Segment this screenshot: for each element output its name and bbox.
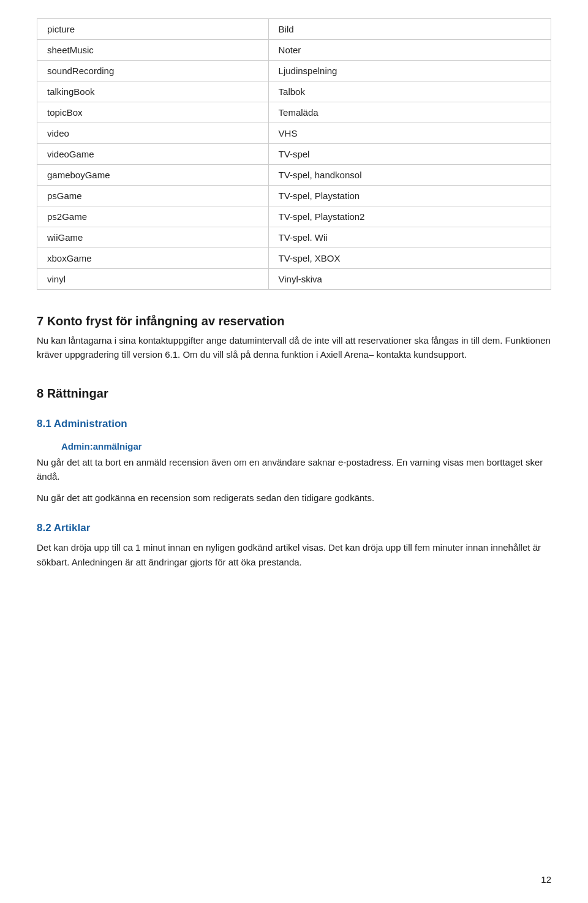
- table-key: ps2Game: [37, 206, 269, 227]
- table-key: gameboyGame: [37, 165, 269, 186]
- table-key: video: [37, 123, 269, 144]
- table-value: TV-spel: [268, 144, 551, 165]
- table-value: VHS: [268, 123, 551, 144]
- table-value: TV-spel, XBOX: [268, 248, 551, 269]
- sub-item-body: Nu går det att godkänna en recension som…: [37, 491, 551, 505]
- table-value: TV-spel, Playstation: [268, 186, 551, 206]
- sub-item-label: Admin:anmälnigar: [37, 441, 551, 452]
- table-key: xboxGame: [37, 248, 269, 269]
- table-key: soundRecording: [37, 61, 269, 81]
- table-value: Vinyl-skiva: [268, 269, 551, 290]
- subsection-8-2: 8.2 Artiklar Det kan dröja upp till ca 1…: [37, 522, 551, 569]
- table-key: psGame: [37, 186, 269, 206]
- subsection-8-1: 8.1 Administration Admin:anmälnigarNu gå…: [37, 418, 551, 505]
- section-7-heading: 7 Konto fryst för infångning av reservat…: [37, 314, 551, 328]
- table-key: sheetMusic: [37, 40, 269, 61]
- page-number: 12: [541, 874, 551, 885]
- table-value: TV-spel, handkonsol: [268, 165, 551, 186]
- section-7-body: Nu kan låntagarna i sina kontaktuppgifte…: [37, 333, 551, 362]
- table-key: topicBox: [37, 102, 269, 123]
- table-value: TV-spel. Wii: [268, 227, 551, 248]
- section-8: 8 Rättningar 8.1 Administration Admin:an…: [37, 387, 551, 569]
- table-key: talkingBook: [37, 81, 269, 102]
- sub-item-body: Det kan dröja upp till ca 1 minut innan …: [37, 540, 551, 569]
- section-7: 7 Konto fryst för infångning av reservat…: [37, 314, 551, 362]
- table-value: Ljudinspelning: [268, 61, 551, 81]
- section-8-heading: 8 Rättningar: [37, 387, 551, 401]
- table-key: videoGame: [37, 144, 269, 165]
- subsection-8-2-heading: 8.2 Artiklar: [37, 522, 551, 534]
- key-value-table: pictureBildsheetMusicNotersoundRecording…: [37, 18, 551, 290]
- table-key: wiiGame: [37, 227, 269, 248]
- table-key: picture: [37, 19, 269, 40]
- table-value: Temaläda: [268, 102, 551, 123]
- subsection-8-1-heading: 8.1 Administration: [37, 418, 551, 430]
- table-value: Bild: [268, 19, 551, 40]
- table-value: Noter: [268, 40, 551, 61]
- table-key: vinyl: [37, 269, 269, 290]
- table-value: Talbok: [268, 81, 551, 102]
- table-value: TV-spel, Playstation2: [268, 206, 551, 227]
- sub-item-body: Nu går det att ta bort en anmäld recensi…: [37, 455, 551, 484]
